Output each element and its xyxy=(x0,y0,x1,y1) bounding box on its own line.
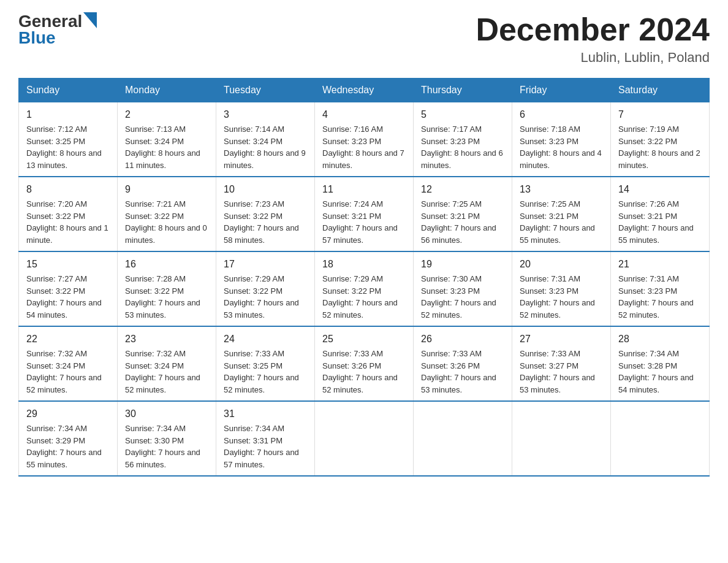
header-thursday: Thursday xyxy=(414,79,512,102)
calendar-cell: 23Sunrise: 7:32 AMSunset: 3:24 PMDayligh… xyxy=(118,326,216,401)
day-info: Sunrise: 7:33 AMSunset: 3:25 PMDaylight:… xyxy=(224,349,299,394)
day-info: Sunrise: 7:23 AMSunset: 3:22 PMDaylight:… xyxy=(224,199,299,245)
day-info: Sunrise: 7:17 AMSunset: 3:23 PMDaylight:… xyxy=(421,124,503,170)
calendar-cell: 28Sunrise: 7:34 AMSunset: 3:28 PMDayligh… xyxy=(611,326,710,401)
header-sunday: Sunday xyxy=(19,79,118,102)
day-number: 31 xyxy=(224,407,307,421)
calendar-cell: 27Sunrise: 7:33 AMSunset: 3:27 PMDayligh… xyxy=(512,326,611,401)
day-number: 13 xyxy=(520,182,603,197)
calendar-cell: 18Sunrise: 7:29 AMSunset: 3:22 PMDayligh… xyxy=(315,251,414,326)
day-number: 11 xyxy=(322,182,406,197)
day-info: Sunrise: 7:31 AMSunset: 3:23 PMDaylight:… xyxy=(520,274,595,320)
calendar-cell: 11Sunrise: 7:24 AMSunset: 3:21 PMDayligh… xyxy=(315,177,414,251)
day-number: 29 xyxy=(26,407,110,421)
day-info: Sunrise: 7:25 AMSunset: 3:21 PMDaylight:… xyxy=(421,199,496,245)
calendar-cell: 2Sunrise: 7:13 AMSunset: 3:24 PMDaylight… xyxy=(118,102,216,177)
day-number: 19 xyxy=(421,257,504,272)
day-number: 25 xyxy=(322,332,406,347)
day-info: Sunrise: 7:29 AMSunset: 3:22 PMDaylight:… xyxy=(322,274,398,320)
day-number: 21 xyxy=(618,257,702,272)
day-info: Sunrise: 7:20 AMSunset: 3:22 PMDaylight:… xyxy=(26,199,108,245)
day-number: 23 xyxy=(125,332,208,347)
day-number: 22 xyxy=(26,332,110,347)
day-number: 10 xyxy=(224,182,307,197)
month-title: December 2024 xyxy=(476,12,710,47)
header-wednesday: Wednesday xyxy=(315,79,414,102)
svg-marker-0 xyxy=(83,12,97,28)
day-info: Sunrise: 7:29 AMSunset: 3:22 PMDaylight:… xyxy=(224,274,299,320)
calendar-cell: 9Sunrise: 7:21 AMSunset: 3:22 PMDaylight… xyxy=(118,177,216,251)
calendar-cell: 8Sunrise: 7:20 AMSunset: 3:22 PMDaylight… xyxy=(19,177,118,251)
calendar-cell: 5Sunrise: 7:17 AMSunset: 3:23 PMDaylight… xyxy=(414,102,512,177)
calendar-cell: 4Sunrise: 7:16 AMSunset: 3:23 PMDaylight… xyxy=(315,102,414,177)
calendar-cell: 20Sunrise: 7:31 AMSunset: 3:23 PMDayligh… xyxy=(512,251,611,326)
day-number: 7 xyxy=(618,107,702,122)
day-info: Sunrise: 7:34 AMSunset: 3:29 PMDaylight:… xyxy=(26,424,102,469)
day-number: 5 xyxy=(421,107,504,122)
day-info: Sunrise: 7:31 AMSunset: 3:23 PMDaylight:… xyxy=(618,274,694,320)
week-row-3: 15Sunrise: 7:27 AMSunset: 3:22 PMDayligh… xyxy=(19,251,710,326)
day-number: 26 xyxy=(421,332,504,347)
day-info: Sunrise: 7:24 AMSunset: 3:21 PMDaylight:… xyxy=(322,199,398,245)
calendar-header-row: SundayMondayTuesdayWednesdayThursdayFrid… xyxy=(19,79,710,102)
day-number: 14 xyxy=(618,182,702,197)
calendar-cell xyxy=(512,401,611,476)
day-info: Sunrise: 7:32 AMSunset: 3:24 PMDaylight:… xyxy=(26,349,102,394)
day-number: 2 xyxy=(125,107,208,122)
calendar-cell: 26Sunrise: 7:33 AMSunset: 3:26 PMDayligh… xyxy=(414,326,512,401)
day-info: Sunrise: 7:21 AMSunset: 3:22 PMDaylight:… xyxy=(125,199,207,245)
calendar-cell: 30Sunrise: 7:34 AMSunset: 3:30 PMDayligh… xyxy=(118,401,216,476)
day-info: Sunrise: 7:12 AMSunset: 3:25 PMDaylight:… xyxy=(26,124,102,170)
day-number: 8 xyxy=(26,182,110,197)
day-info: Sunrise: 7:26 AMSunset: 3:21 PMDaylight:… xyxy=(618,199,694,245)
day-number: 12 xyxy=(421,182,504,197)
calendar-cell: 10Sunrise: 7:23 AMSunset: 3:22 PMDayligh… xyxy=(216,177,315,251)
calendar-cell: 21Sunrise: 7:31 AMSunset: 3:23 PMDayligh… xyxy=(611,251,710,326)
calendar-cell: 31Sunrise: 7:34 AMSunset: 3:31 PMDayligh… xyxy=(216,401,315,476)
day-number: 1 xyxy=(26,107,110,122)
logo: General Blue xyxy=(18,12,97,48)
day-info: Sunrise: 7:27 AMSunset: 3:22 PMDaylight:… xyxy=(26,274,102,320)
day-number: 27 xyxy=(520,332,603,347)
calendar-cell: 14Sunrise: 7:26 AMSunset: 3:21 PMDayligh… xyxy=(611,177,710,251)
calendar-cell xyxy=(315,401,414,476)
header-tuesday: Tuesday xyxy=(216,79,315,102)
title-section: December 2024 Lublin, Lublin, Poland xyxy=(476,12,710,66)
day-info: Sunrise: 7:18 AMSunset: 3:23 PMDaylight:… xyxy=(520,124,602,170)
calendar-cell: 15Sunrise: 7:27 AMSunset: 3:22 PMDayligh… xyxy=(19,251,118,326)
day-info: Sunrise: 7:30 AMSunset: 3:23 PMDaylight:… xyxy=(421,274,496,320)
header-friday: Friday xyxy=(512,79,611,102)
day-number: 15 xyxy=(26,257,110,272)
week-row-1: 1Sunrise: 7:12 AMSunset: 3:25 PMDaylight… xyxy=(19,102,710,177)
calendar-cell: 17Sunrise: 7:29 AMSunset: 3:22 PMDayligh… xyxy=(216,251,315,326)
day-info: Sunrise: 7:34 AMSunset: 3:31 PMDaylight:… xyxy=(224,424,299,469)
calendar-table: SundayMondayTuesdayWednesdayThursdayFrid… xyxy=(18,78,710,477)
logo-general: General xyxy=(18,13,82,30)
header-saturday: Saturday xyxy=(611,79,710,102)
week-row-4: 22Sunrise: 7:32 AMSunset: 3:24 PMDayligh… xyxy=(19,326,710,401)
logo-blue: Blue xyxy=(18,28,56,48)
calendar-cell: 7Sunrise: 7:19 AMSunset: 3:22 PMDaylight… xyxy=(611,102,710,177)
calendar-cell xyxy=(611,401,710,476)
day-info: Sunrise: 7:33 AMSunset: 3:27 PMDaylight:… xyxy=(520,349,595,394)
day-info: Sunrise: 7:34 AMSunset: 3:30 PMDaylight:… xyxy=(125,424,200,469)
day-info: Sunrise: 7:16 AMSunset: 3:23 PMDaylight:… xyxy=(322,124,404,170)
calendar-cell: 16Sunrise: 7:28 AMSunset: 3:22 PMDayligh… xyxy=(118,251,216,326)
day-number: 28 xyxy=(618,332,702,347)
calendar-cell: 1Sunrise: 7:12 AMSunset: 3:25 PMDaylight… xyxy=(19,102,118,177)
calendar-cell: 29Sunrise: 7:34 AMSunset: 3:29 PMDayligh… xyxy=(19,401,118,476)
day-number: 17 xyxy=(224,257,307,272)
day-info: Sunrise: 7:34 AMSunset: 3:28 PMDaylight:… xyxy=(618,349,694,394)
day-number: 3 xyxy=(224,107,307,122)
calendar-cell: 12Sunrise: 7:25 AMSunset: 3:21 PMDayligh… xyxy=(414,177,512,251)
day-info: Sunrise: 7:33 AMSunset: 3:26 PMDaylight:… xyxy=(421,349,496,394)
calendar-cell: 6Sunrise: 7:18 AMSunset: 3:23 PMDaylight… xyxy=(512,102,611,177)
day-number: 6 xyxy=(520,107,603,122)
day-info: Sunrise: 7:14 AMSunset: 3:24 PMDaylight:… xyxy=(224,124,306,170)
week-row-5: 29Sunrise: 7:34 AMSunset: 3:29 PMDayligh… xyxy=(19,401,710,476)
calendar-cell: 3Sunrise: 7:14 AMSunset: 3:24 PMDaylight… xyxy=(216,102,315,177)
day-number: 30 xyxy=(125,407,208,421)
day-number: 9 xyxy=(125,182,208,197)
calendar-cell: 13Sunrise: 7:25 AMSunset: 3:21 PMDayligh… xyxy=(512,177,611,251)
day-number: 16 xyxy=(125,257,208,272)
